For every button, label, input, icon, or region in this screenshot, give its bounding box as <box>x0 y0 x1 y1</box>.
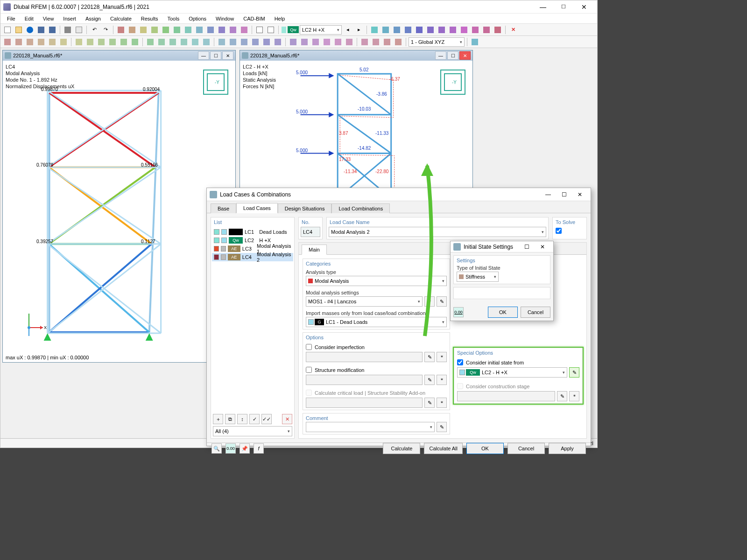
close-red-icon[interactable]: ✕ <box>508 25 518 35</box>
sdlg-cancel-button[interactable]: Cancel <box>521 307 550 318</box>
tool-icon[interactable] <box>239 25 249 35</box>
draw-icon[interactable] <box>239 37 249 47</box>
result-icon[interactable] <box>459 25 469 35</box>
draw-icon[interactable] <box>228 37 238 47</box>
copy-icon[interactable]: ⧉ <box>225 414 235 424</box>
import-mass-select[interactable]: GLC1 - Dead Loads▾ <box>306 317 447 327</box>
draw-icon[interactable] <box>168 37 178 47</box>
units-icon[interactable]: 0.00 <box>453 307 464 317</box>
sort-icon[interactable]: ↕ <box>237 414 247 424</box>
tool-icon[interactable] <box>217 25 227 35</box>
split-h-icon[interactable] <box>254 25 265 35</box>
draw-icon[interactable] <box>201 37 211 47</box>
dlg-min-icon[interactable]: — <box>540 188 556 201</box>
sdlg-close-icon[interactable]: ✕ <box>535 240 550 253</box>
result-icon[interactable] <box>437 25 447 35</box>
new-icon[interactable]: ＊ <box>437 398 447 408</box>
no-field[interactable]: LC4 <box>301 227 320 237</box>
result-icon[interactable] <box>392 25 402 35</box>
menu-help[interactable]: Help <box>270 15 290 22</box>
menu-calculate[interactable]: Calculate <box>106 15 136 22</box>
draw-icon[interactable] <box>74 37 84 47</box>
mdi-max-icon[interactable]: ☐ <box>210 51 221 60</box>
close-button[interactable]: ✕ <box>574 0 594 14</box>
tool-icon[interactable] <box>149 25 160 35</box>
result-icon[interactable] <box>403 25 413 35</box>
draw-icon[interactable] <box>25 37 35 47</box>
tool-icon[interactable] <box>127 25 137 35</box>
new-icon[interactable]: ＊ <box>437 352 447 362</box>
draw-icon[interactable] <box>130 37 140 47</box>
comment-field[interactable]: ▾ <box>306 422 435 432</box>
result-icon[interactable] <box>493 25 503 35</box>
mas-select[interactable]: MOS1 - #4 | Lanczos▾ <box>306 296 423 307</box>
save-icon[interactable] <box>36 25 46 35</box>
draw-icon[interactable] <box>217 37 227 47</box>
mdi-close-icon[interactable]: ✕ <box>222 51 233 60</box>
print-icon[interactable] <box>63 25 73 35</box>
draw-icon[interactable] <box>333 37 343 47</box>
result-icon[interactable] <box>381 25 391 35</box>
checkall-icon[interactable]: ✓✓ <box>261 414 272 424</box>
lc-row[interactable]: LC1 Dead Loads <box>212 228 293 236</box>
delete-icon[interactable]: ✕ <box>282 414 292 424</box>
draw-icon[interactable] <box>107 37 118 47</box>
result-icon[interactable] <box>448 25 458 35</box>
menu-edit[interactable]: Edit <box>20 15 38 22</box>
draw-icon[interactable] <box>310 37 321 47</box>
tool-icon[interactable] <box>194 25 204 35</box>
menu-results[interactable]: Results <box>136 15 163 22</box>
viewport-left[interactable]: LC4 Modal Analysis Mode No. 1 - 1.892 Hz… <box>3 61 235 362</box>
new-icon[interactable] <box>2 25 13 35</box>
tool-icon[interactable] <box>205 25 216 35</box>
edit-icon[interactable]: ✎ <box>424 398 435 408</box>
draw-icon[interactable] <box>36 37 46 47</box>
edit-icon[interactable]: ✎ <box>424 375 435 385</box>
draw-icon[interactable] <box>2 37 13 47</box>
menu-cadbim[interactable]: CAD-BIM <box>239 15 269 22</box>
tool-icon[interactable] <box>183 25 193 35</box>
cs-select[interactable]: 1 - Global XYZ▾ <box>409 37 465 47</box>
result-icon[interactable] <box>369 25 380 35</box>
draw-icon[interactable] <box>119 37 129 47</box>
result-icon[interactable] <box>481 25 492 35</box>
list-filter[interactable]: All (4)▾ <box>213 426 292 436</box>
draw-icon[interactable] <box>145 37 155 47</box>
draw-icon[interactable] <box>14 37 24 47</box>
undo-icon[interactable]: ↶ <box>89 25 99 35</box>
dlg-max-icon[interactable]: ☐ <box>556 188 572 201</box>
lc-row-selected[interactable]: AELC4 Modal Analysis 2 <box>212 253 293 261</box>
dlg-close-icon[interactable]: ✕ <box>572 188 588 201</box>
draw-icon[interactable] <box>393 37 403 47</box>
menu-options[interactable]: Options <box>184 15 211 22</box>
draw-icon[interactable] <box>250 37 261 47</box>
draw-icon[interactable] <box>359 37 370 47</box>
new-mas-icon[interactable]: ＊ <box>424 296 435 307</box>
edit-icon[interactable]: ✎ <box>424 352 435 362</box>
tool-icon[interactable] <box>138 25 148 35</box>
chk-struct-mod[interactable] <box>306 367 312 373</box>
menu-file[interactable]: File <box>2 15 20 22</box>
draw-icon[interactable] <box>190 37 200 47</box>
sdlg-max-icon[interactable]: ☐ <box>519 240 535 253</box>
units-icon[interactable]: 0.00 <box>226 443 236 454</box>
result-icon[interactable] <box>470 25 480 35</box>
add-icon[interactable]: ＋ <box>213 414 223 424</box>
tool-icon[interactable] <box>172 25 182 35</box>
draw-icon[interactable] <box>156 37 167 47</box>
cancel-button[interactable]: Cancel <box>507 443 545 454</box>
apply-button[interactable]: Apply <box>549 443 586 454</box>
split-v-icon[interactable] <box>266 25 276 35</box>
ok-button[interactable]: OK <box>466 443 504 454</box>
fx-icon[interactable]: f <box>254 443 264 454</box>
menu-window[interactable]: Window <box>211 15 239 22</box>
refresh-icon[interactable] <box>25 25 35 35</box>
help-tb-icon[interactable] <box>470 37 480 47</box>
draw-icon[interactable] <box>288 37 298 47</box>
draw-icon[interactable] <box>299 37 310 47</box>
sdlg-ok-button[interactable]: OK <box>488 307 518 318</box>
mdi-min-icon[interactable]: — <box>435 51 446 60</box>
tab-main[interactable]: Main <box>302 245 327 255</box>
draw-icon[interactable] <box>382 37 392 47</box>
chk-imperfection[interactable] <box>306 344 312 350</box>
